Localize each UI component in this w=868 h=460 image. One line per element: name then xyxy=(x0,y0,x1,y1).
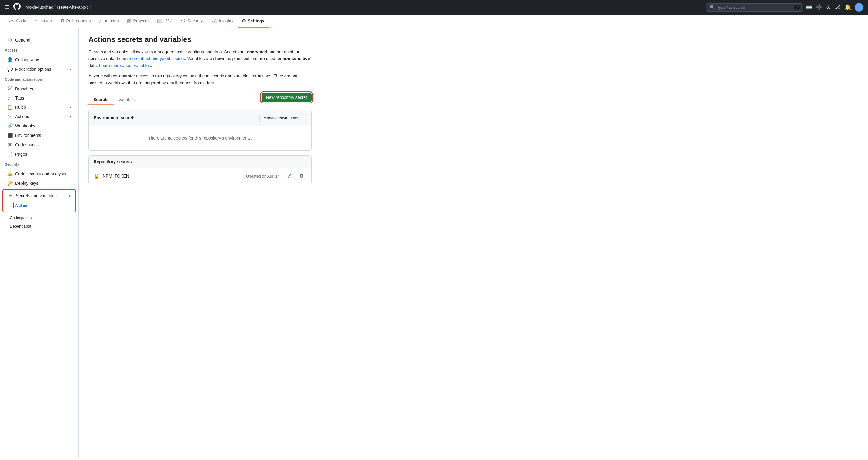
sidebar-item-tags[interactable]: 🏷 Tags xyxy=(2,93,76,102)
breadcrumb-repo[interactable]: create-vite-app-cli xyxy=(57,5,91,10)
key-icon: 🔑 xyxy=(7,180,13,186)
tab-secrets[interactable]: Secrets xyxy=(89,95,114,105)
codesecurity-icon: 🔒 xyxy=(7,171,13,177)
actions-sidebar-icon: ▷ xyxy=(7,114,13,119)
sidebar-item-actions[interactable]: ▷ Actions ▾ xyxy=(2,112,76,121)
intro-paragraph-1: Secrets and variables allow you to manag… xyxy=(89,49,312,69)
intro-bold-nonsensitive: non-sensitive xyxy=(282,56,310,61)
codespaces-sub-label: Codespaces xyxy=(10,215,32,220)
manage-environments-button[interactable]: Manage environments xyxy=(259,114,306,122)
tab-wiki-label: Wiki xyxy=(164,19,173,23)
breadcrumb: rookie-luochao / create-vite-app-cli xyxy=(26,5,91,10)
actions-sub-label: Actions xyxy=(15,203,28,208)
intro-bold-encrypted: encrypted xyxy=(247,50,267,54)
security-icon: 🛡 xyxy=(181,19,185,24)
sidebar-item-environments[interactable]: ⬛ Environments xyxy=(2,131,76,140)
rules-label: Rules xyxy=(15,105,67,110)
secrets-label: Secrets and variables xyxy=(16,193,66,198)
tab-wiki[interactable]: 📖 Wiki xyxy=(153,15,177,28)
sidebar-item-dependabot-sub[interactable]: Dependabot xyxy=(0,222,79,230)
codespaces-label: Codespaces xyxy=(15,142,71,147)
sidebar-item-general[interactable]: ⚙ General xyxy=(2,35,76,45)
deploykeys-label: Deploy keys xyxy=(15,181,71,186)
repo-secrets-title: Repository secrets xyxy=(94,159,132,164)
sidebar-item-codespaces[interactable]: ▣ Codespaces xyxy=(2,140,76,149)
navbar: ☰ rookie-luochao / create-vite-app-cli 🔍… xyxy=(0,0,868,15)
chevron-down-icon: ▾ xyxy=(69,67,71,71)
intro-text-4: data. xyxy=(89,63,99,68)
tab-settings[interactable]: ⚙ Settings xyxy=(238,15,269,28)
intro-text-3: . Variables are shown as plain text and … xyxy=(185,56,282,61)
rules-icon: 📋 xyxy=(7,105,13,110)
sidebar-secrets-highlight: ✳ Secrets and variables ▴ Actions xyxy=(2,189,76,212)
secret-updated-npm: Updated on Aug 14 xyxy=(246,174,280,178)
github-logo-icon xyxy=(13,3,21,12)
env-secrets-header: Environment secrets Manage environments xyxy=(89,110,311,126)
tab-code[interactable]: <> Code xyxy=(5,15,31,28)
breadcrumb-separator: / xyxy=(55,5,56,10)
env-icon: ⬛ xyxy=(7,133,13,138)
sidebar-item-codesecurity[interactable]: 🔒 Code security and analysis xyxy=(2,169,76,178)
tab-actions[interactable]: ▷ Actions xyxy=(95,15,123,28)
pages-label: Pages xyxy=(15,152,71,156)
automation-section-label: Code and automation xyxy=(0,76,79,84)
plus-icon[interactable]: ➕ xyxy=(816,4,823,10)
webhook-icon: 🔗 xyxy=(7,123,13,128)
tab-projects[interactable]: ▦ Projects xyxy=(123,15,153,28)
moderation-label: Moderation options xyxy=(15,67,67,71)
code-icon: <> xyxy=(9,19,14,24)
repository-secrets-section: Repository secrets 🔒 NPM_TOKEN Updated o… xyxy=(89,155,312,184)
sidebar-item-pages[interactable]: 📄 Pages xyxy=(2,150,76,159)
new-repository-secret-button[interactable]: New repository secret xyxy=(261,93,312,102)
sidebar-item-actions-sub[interactable]: Actions xyxy=(3,201,75,210)
new-secret-wrapper: New repository secret xyxy=(261,93,312,102)
comment-icon: 💬 xyxy=(7,66,13,72)
secret-delete-button[interactable] xyxy=(297,172,306,180)
tab-variables[interactable]: Variables xyxy=(114,95,141,105)
sidebar: ⚙ General Access 👤 Collaborators 💬 Moder… xyxy=(0,28,79,459)
collaborators-label: Collaborators xyxy=(15,57,71,62)
footer: CSDN @lane_developer xyxy=(0,459,868,460)
pr-icon xyxy=(60,19,65,24)
secret-edit-button[interactable] xyxy=(285,172,295,180)
sidebar-item-secrets[interactable]: ✳ Secrets and variables ▴ xyxy=(3,191,75,200)
link-variables[interactable]: Learn more about variables xyxy=(99,63,151,68)
git-icon[interactable]: ⎇ xyxy=(834,4,841,10)
secret-row-npm: 🔒 NPM_TOKEN Updated on Aug 14 xyxy=(89,168,311,184)
sidebar-item-moderation[interactable]: 💬 Moderation options ▾ xyxy=(2,65,76,74)
chevron-down-icon-rules: ▾ xyxy=(69,105,71,109)
page-title: Actions secrets and variables xyxy=(89,35,312,44)
tab-insights[interactable]: 📈 Insights xyxy=(207,15,238,28)
tab-pullrequests[interactable]: Pull requests xyxy=(56,15,95,28)
chevron-up-icon-secrets: ▴ xyxy=(69,194,71,198)
wiki-icon: 📖 xyxy=(157,18,163,24)
general-label: General xyxy=(15,38,71,42)
link-encrypted-secrets[interactable]: Learn more about encrypted secrets xyxy=(117,56,185,61)
search-icon: 🔍 xyxy=(710,5,715,10)
sidebar-item-rules[interactable]: 📋 Rules ▾ xyxy=(2,103,76,112)
tab-issues[interactable]: ○ Issues xyxy=(31,15,56,28)
sidebar-item-branches[interactable]: Branches xyxy=(2,84,76,93)
bell-icon[interactable]: 🔔 xyxy=(844,4,851,10)
avatar[interactable]: U xyxy=(855,3,863,11)
tabs-and-btn: Secrets Variables New repository secret xyxy=(89,90,312,105)
sidebar-item-codespaces-sub[interactable]: Codespaces xyxy=(0,213,79,222)
terminal-icon[interactable]: ⌨️ xyxy=(806,4,812,10)
sidebar-item-webhooks[interactable]: 🔗 Webhooks xyxy=(2,121,76,131)
secrets-icon: ✳ xyxy=(8,193,13,198)
tab-pr-label: Pull requests xyxy=(66,19,91,23)
breadcrumb-user[interactable]: rookie-luochao xyxy=(26,5,53,10)
sidebar-item-deploykeys[interactable]: 🔑 Deploy keys xyxy=(2,179,76,188)
search-bar[interactable]: 🔍 Type / to search / xyxy=(706,3,803,11)
environments-label: Environments xyxy=(15,133,71,138)
circle-icon[interactable]: ⊙ xyxy=(826,4,831,10)
settings-icon: ⚙ xyxy=(242,18,246,24)
sidebar-item-collaborators[interactable]: 👤 Collaborators xyxy=(2,55,76,64)
content-tabs: Secrets Variables xyxy=(89,95,257,105)
branch-icon xyxy=(7,86,13,91)
access-section-label: Access xyxy=(0,47,79,55)
hamburger-icon[interactable]: ☰ xyxy=(5,4,10,10)
dependabot-sub-label: Dependabot xyxy=(10,224,31,229)
gear-icon: ⚙ xyxy=(7,37,13,43)
tab-security[interactable]: 🛡 Security xyxy=(177,15,207,28)
